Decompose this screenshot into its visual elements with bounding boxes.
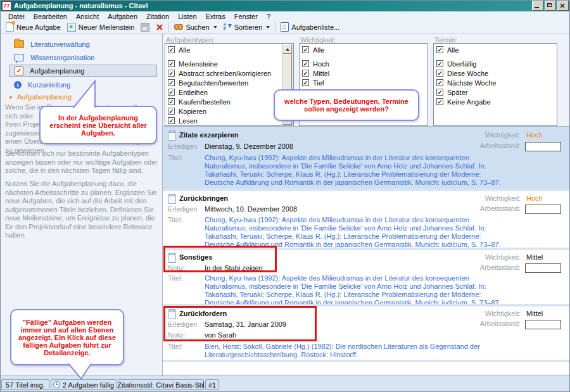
checkbox-checked-icon[interactable] — [302, 79, 309, 86]
filter-due-listbox[interactable]: Alle Überfällig Diese Woche Nächste Woch… — [433, 43, 557, 126]
status-citation-style[interactable]: Zitationsstil: Citavi Basis-Stil — [118, 379, 204, 390]
menu-listen[interactable]: Listen — [174, 12, 201, 21]
scroll-up-icon — [286, 48, 289, 51]
checkbox-checked-icon[interactable] — [168, 70, 175, 77]
filter-option-alle[interactable]: Alle — [434, 45, 557, 54]
option-label: Nächste Woche — [447, 79, 496, 87]
maximize-button[interactable] — [545, 1, 556, 11]
filter-option-naechste-woche[interactable]: Nächste Woche — [434, 78, 557, 87]
task-title[interactable]: Zurückbringen — [179, 194, 228, 202]
sidebar-item-aufgabenplanung[interactable]: ✓ Aufgabenplanung — [9, 65, 157, 77]
filter-option-ueberfaellig[interactable]: Überfällig — [434, 59, 557, 68]
status-titles-count[interactable]: 57 Titel insg. — [1, 379, 49, 390]
search-icon — [174, 23, 183, 30]
progress-field[interactable] — [525, 142, 561, 151]
menu-hilfe[interactable]: ? — [262, 12, 275, 21]
search-button[interactable]: Suchen — [171, 23, 220, 32]
sidebar-item-label: Literaturverwaltung — [30, 41, 90, 48]
checkbox-checked-icon[interactable] — [168, 108, 175, 115]
filter-option-hoch[interactable]: Hoch — [300, 59, 428, 68]
task-item-zurueckbringen[interactable]: Zurückbringen Wichtigkeit: Hoch Erledige… — [163, 191, 570, 248]
save-button[interactable] — [137, 22, 153, 32]
reference-link[interactable]: Chung, Kyu-hwa (1992): Aspekte des Milie… — [205, 154, 501, 187]
delete-button[interactable] — [153, 23, 167, 32]
checkbox-checked-icon[interactable] — [302, 70, 309, 77]
importance-value: Mittel — [526, 310, 543, 317]
option-label: Überfällig — [447, 60, 476, 68]
checkbox-checked-icon[interactable] — [302, 46, 309, 53]
reference-line: Bien, Horst; Sokoll, Gabriele (Hg.) (198… — [205, 343, 480, 351]
task-separator — [163, 360, 570, 362]
due-value: Mittwoch, 10. Dezember 2008 — [205, 205, 297, 213]
reference-line: Naturalismus, insbesondere in 'Die Famil… — [205, 224, 501, 232]
minimize-button[interactable] — [532, 1, 543, 11]
sidebar-item-label: Aufgabenplanung — [30, 67, 84, 75]
sort-button[interactable]: AZ Sortieren — [220, 22, 274, 32]
status-project-number[interactable]: #1 — [205, 379, 219, 390]
checkbox-checked-icon[interactable] — [168, 98, 175, 105]
checkbox-checked-icon[interactable] — [168, 60, 175, 67]
reference-link[interactable]: Chung, Kyu-hwa (1992): Aspekte des Milie… — [205, 274, 501, 307]
save-icon — [141, 23, 149, 32]
status-due-tasks[interactable]: 2 Aufgaben fällig — [51, 379, 117, 390]
menu-fenster[interactable]: Fenster — [230, 12, 262, 21]
option-label: Mittel — [313, 70, 329, 77]
reference-line: Naturalismus, insbesondere in 'Die Famil… — [205, 282, 501, 291]
menu-zitation[interactable]: Zitation — [142, 12, 174, 21]
filter-option-spaeter[interactable]: Später — [434, 87, 557, 97]
filter-option-begutachten[interactable]: Begutachten/bewerten — [165, 78, 293, 87]
close-button[interactable] — [557, 1, 569, 11]
task-checkbox-icon: ✓ — [15, 66, 23, 75]
option-label: Lesen — [179, 117, 198, 125]
menu-datei[interactable]: Datei — [4, 12, 29, 21]
minimize-icon — [535, 7, 539, 8]
checkbox-checked-icon[interactable] — [436, 60, 443, 67]
checkbox-checked-icon[interactable] — [168, 79, 175, 86]
reference-link[interactable]: Bien, Horst; Sokoll, Gabriele (Hg.) (198… — [205, 343, 480, 359]
task-note-icon — [168, 194, 176, 204]
filter-option-meilensteine[interactable]: Meilensteine — [165, 59, 293, 68]
checkbox-checked-icon[interactable] — [302, 60, 309, 67]
menu-bearbeiten[interactable]: Bearbeiten — [29, 12, 72, 21]
clock-icon — [53, 381, 60, 388]
reference-link[interactable]: Chung, Kyu-hwa (1992): Aspekte des Milie… — [205, 216, 501, 249]
filter-option-abstract[interactable]: Abstract schreiben/korrigieren — [165, 68, 293, 78]
filter-option-keine-angabe[interactable]: Keine Angabe — [434, 97, 557, 106]
progress-field[interactable] — [525, 320, 561, 329]
checkbox-checked-icon[interactable] — [436, 79, 443, 86]
sidebar-item-literaturverwaltung[interactable]: Literaturverwaltung — [9, 38, 157, 50]
menu-ansicht[interactable]: Ansicht — [72, 12, 103, 21]
checkbox-checked-icon[interactable] — [168, 89, 175, 96]
speech-bubble-icon — [14, 54, 24, 61]
progress-label: Arbeitsstand: — [469, 142, 521, 149]
filter-option-alle[interactable]: Alle — [165, 45, 293, 54]
menu-aufgaben[interactable]: Aufgaben — [103, 12, 142, 21]
checkbox-checked-icon[interactable] — [168, 117, 175, 124]
callout-due-tasks-annotation: "Fällige" Aufgaben werden immer und auf … — [10, 309, 124, 365]
task-item-zitate-exzerpieren[interactable]: Zitate exzerpieren Wichtigkeit: Hoch Erl… — [163, 127, 570, 189]
delete-icon — [156, 23, 163, 31]
sidebar-heading-label: Aufgabenplanung — [17, 93, 72, 101]
checkbox-checked-icon[interactable] — [436, 89, 443, 96]
filter-option-diese-woche[interactable]: Diese Woche — [434, 68, 557, 78]
sidebar-item-wissensorganisation[interactable]: Wissensorganisation — [9, 51, 157, 63]
option-label: Kopieren — [179, 108, 206, 115]
menu-extras[interactable]: Extras — [201, 12, 230, 21]
filter-option-tief[interactable]: Tief — [300, 78, 428, 87]
scroll-up-button[interactable] — [282, 44, 292, 54]
progress-field[interactable] — [525, 263, 561, 273]
checkbox-checked-icon[interactable] — [436, 46, 443, 53]
new-milestone-button[interactable]: Neuer Meilenstein — [64, 22, 138, 32]
checkbox-checked-icon[interactable] — [436, 98, 443, 105]
checkbox-checked-icon[interactable] — [168, 46, 175, 53]
progress-field[interactable] — [525, 205, 561, 214]
task-title[interactable]: Zitate exzerpieren — [179, 131, 239, 139]
task-note-icon — [168, 131, 176, 141]
filter-option-mittel[interactable]: Mittel — [300, 68, 428, 78]
filter-option-alle[interactable]: Alle — [300, 45, 428, 54]
importance-value: Hoch — [526, 131, 543, 139]
task-list-button[interactable]: Aufgabenliste... — [277, 22, 343, 32]
checkbox-checked-icon[interactable] — [436, 70, 443, 77]
status-label: 2 Aufgaben fällig — [63, 381, 114, 389]
new-task-button[interactable]: Neue Aufgabe — [3, 22, 64, 32]
